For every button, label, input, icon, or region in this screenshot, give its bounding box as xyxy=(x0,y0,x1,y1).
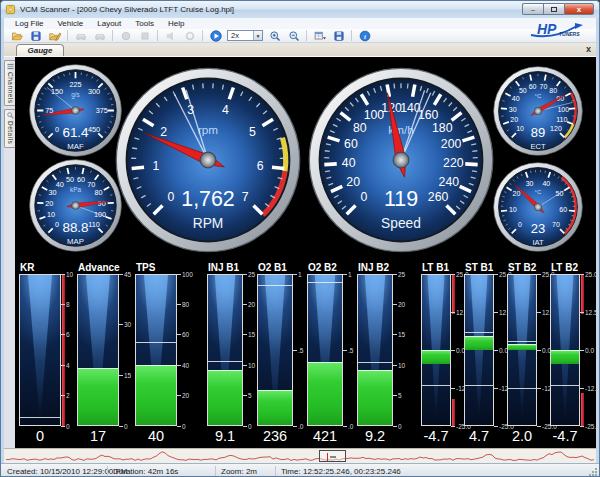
open-log-button[interactable] xyxy=(8,29,25,42)
svg-text:5: 5 xyxy=(249,125,256,139)
bar-gauge-tick: 1 xyxy=(293,270,302,278)
bar-gauge-tick: 25 xyxy=(393,270,405,278)
bar-gauge-tick: -25.0 xyxy=(580,422,600,430)
tab-gauge[interactable]: Gauge xyxy=(16,44,64,56)
maximize-icon xyxy=(551,7,557,12)
write-vehicle-button[interactable] xyxy=(91,29,108,42)
bar-gauge-tick: 2 xyxy=(61,392,70,400)
dial-ect: 102030405060708090100110120°C89ECT xyxy=(493,66,583,156)
svg-text:0: 0 xyxy=(360,190,367,204)
info-button[interactable]: i xyxy=(356,29,373,42)
dial-label: MAP xyxy=(67,237,84,246)
bar-gauge-peak-marker xyxy=(136,342,176,343)
bar-gauge-tick: 15 xyxy=(243,331,255,339)
menu-log-file[interactable]: Log File xyxy=(8,19,50,28)
table-display-button[interactable] xyxy=(311,29,328,42)
sidebar-tab-details[interactable]: Details xyxy=(4,109,15,147)
save-log-button[interactable] xyxy=(27,29,44,42)
status-time: Time: 12:52:25.246, 00:23:25.246 xyxy=(281,467,401,476)
bar-gauge-well xyxy=(464,274,494,426)
play-icon xyxy=(210,30,222,42)
menu-tools[interactable]: Tools xyxy=(128,19,161,28)
bar-gauge-tick: 1 xyxy=(343,270,352,278)
sidebar-tab-channels[interactable]: Channels xyxy=(4,60,15,106)
svg-text:0: 0 xyxy=(167,190,174,204)
bar-gauge-well xyxy=(207,274,243,426)
resize-grip[interactable] xyxy=(588,467,598,477)
toolbar-separator xyxy=(202,30,203,41)
record-button[interactable] xyxy=(117,29,134,42)
bar-gauge-tick: 45 xyxy=(119,270,131,278)
dial-maf: 075150225300375450g/s61.4MAF xyxy=(29,64,122,157)
read-vehicle-button[interactable] xyxy=(72,29,89,42)
bar-gauge-well xyxy=(421,274,451,426)
gauge-panel: 075150225300375450g/s61.4MAF 01020304050… xyxy=(15,57,596,448)
svg-text:120: 120 xyxy=(550,125,562,132)
minimize-button[interactable]: – xyxy=(522,3,543,15)
svg-text:°C: °C xyxy=(535,92,542,99)
menu-help[interactable]: Help xyxy=(161,19,191,28)
pane-close-icon[interactable]: x xyxy=(586,44,591,55)
zoom-out-button[interactable] xyxy=(285,29,302,42)
toolbar-separator xyxy=(157,30,158,41)
bar-gauge-tick: 20 xyxy=(177,392,189,400)
bar-gauge-tick: 15 xyxy=(119,371,131,379)
export-log-button[interactable] xyxy=(330,29,347,42)
dial-label: RPM xyxy=(193,216,224,231)
zoom-in-button[interactable] xyxy=(266,29,283,42)
svg-text:kPa: kPa xyxy=(70,186,81,193)
svg-text:260: 260 xyxy=(428,190,449,204)
bar-gauge-well xyxy=(507,274,537,426)
bar-gauge-tick: 0 xyxy=(243,422,252,430)
toolbar-separator xyxy=(306,30,307,41)
svg-text:375: 375 xyxy=(96,106,108,115)
svg-text:7: 7 xyxy=(242,190,249,204)
left-sidebar: Channels Details xyxy=(4,57,15,448)
snapshot-icon xyxy=(184,30,196,42)
dial-value: 88.8 xyxy=(62,220,88,235)
svg-text:70: 70 xyxy=(552,221,560,228)
bar-gauge-warning-strip xyxy=(62,274,65,426)
table-display-icon xyxy=(314,30,326,42)
save-log-icon xyxy=(30,30,42,42)
bar-gauge-tick: 60 xyxy=(177,331,189,339)
zoom-in-icon xyxy=(269,30,281,42)
play-button[interactable] xyxy=(207,29,224,42)
zoom-level-value: 2x xyxy=(228,31,253,40)
bar-gauge-tick: 25.0 xyxy=(580,270,598,278)
svg-text:80: 80 xyxy=(353,121,367,135)
bar-gauge-o2-b2: O2 B21.5.0421 xyxy=(307,262,357,446)
bar-gauge-tick: 6 xyxy=(61,331,70,339)
edit-log-icon xyxy=(49,30,61,42)
snapshot-button[interactable] xyxy=(181,29,198,42)
svg-text:30: 30 xyxy=(526,180,534,187)
bar-gauge-tick: 10 xyxy=(61,270,73,278)
bar-gauge-tick: 25 xyxy=(243,270,255,278)
bar-gauge-peak-marker xyxy=(308,282,342,283)
menu-vehicle[interactable]: Vehicle xyxy=(50,19,90,28)
svg-text:60: 60 xyxy=(344,137,358,151)
waveform-selection[interactable] xyxy=(319,450,346,462)
close-button[interactable]: x xyxy=(564,3,594,15)
toolbar: 2x▼i xyxy=(4,29,596,43)
window-title: VCM Scanner - [2009 Chevy Silverado LTFT… xyxy=(20,5,234,14)
svg-text:50: 50 xyxy=(66,175,74,184)
bar-gauge-tick: .0 xyxy=(343,422,353,430)
bar-gauge-tick: .5 xyxy=(293,346,303,354)
stop-button[interactable] xyxy=(136,29,153,42)
edit-log-button[interactable] xyxy=(46,29,63,42)
beep-button[interactable] xyxy=(162,29,179,42)
log-waveform[interactable] xyxy=(4,448,596,463)
svg-text:80: 80 xyxy=(549,87,557,94)
maximize-button[interactable] xyxy=(543,3,564,15)
zoom-level-select[interactable]: 2x▼ xyxy=(227,30,263,41)
bar-group-middle: INJ B125201510509.1O2 B11.5.0236O2 B21.5… xyxy=(207,262,407,446)
bar-gauge-tick: 0 xyxy=(119,422,128,430)
svg-text:40: 40 xyxy=(342,156,356,170)
svg-text:110: 110 xyxy=(556,116,567,123)
dial-value: 61.4 xyxy=(62,125,89,140)
menu-layout[interactable]: Layout xyxy=(90,19,128,28)
svg-text:30: 30 xyxy=(509,106,517,113)
chevron-down-icon[interactable]: ▼ xyxy=(253,31,262,40)
bar-gauge-tick: 0 xyxy=(177,422,186,430)
